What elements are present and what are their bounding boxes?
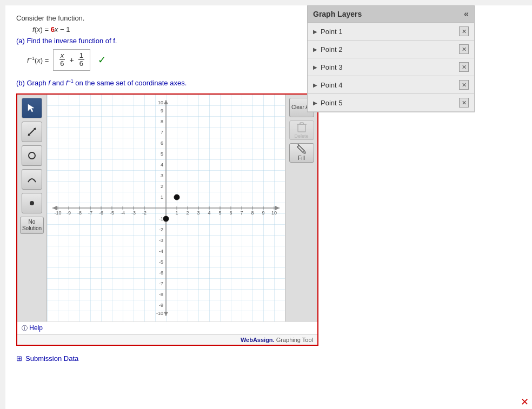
graph-layers-panel: Graph Layers « ▶ Point 1 ✕ ▶ Point 2 ✕ [307, 5, 475, 112]
svg-text:-3: -3 [131, 210, 136, 216]
svg-text:-9: -9 [159, 303, 163, 308]
svg-point-72 [163, 216, 169, 222]
svg-text:-8: -8 [159, 292, 163, 297]
layer-close-1[interactable]: ✕ [459, 26, 469, 36]
expand-arrow-5: ▶ [313, 100, 317, 106]
parabola-tool[interactable] [22, 169, 42, 190]
svg-text:-4: -4 [159, 249, 163, 254]
check-mark: ✓ [98, 54, 106, 66]
inverse-answer-box: x 6 + 1 6 [53, 49, 90, 71]
close-button[interactable]: ✕ [521, 396, 529, 408]
svg-text:-10: -10 [54, 210, 61, 216]
svg-text:2: 2 [161, 184, 163, 189]
svg-point-5 [30, 201, 34, 205]
layers-header: Graph Layers « [308, 6, 474, 23]
svg-point-4 [29, 152, 35, 159]
layer-close-2[interactable]: ✕ [459, 44, 469, 54]
no-solution-label: NoSolution [22, 219, 42, 232]
svg-text:3: 3 [161, 173, 163, 178]
svg-text:3: 3 [197, 210, 200, 216]
submission-row: ⊞ Submission Data [16, 354, 527, 363]
no-solution-button[interactable]: NoSolution [20, 217, 44, 234]
submission-data-link[interactable]: Submission Data [25, 354, 78, 363]
pointer-tool[interactable] [22, 98, 42, 118]
fill-label: Fill [298, 155, 305, 162]
point-tool[interactable] [22, 193, 42, 213]
svg-text:7: 7 [240, 210, 243, 216]
svg-rect-74 [298, 124, 305, 132]
help-icon: ⓘ [22, 325, 28, 331]
graph-canvas[interactable]: -10 -9 -8 -7 -6 -5 -4 -3 -2 1 2 [47, 95, 285, 321]
trash-icon [296, 122, 307, 133]
fx-label: f [32, 25, 35, 33]
svg-text:-10: -10 [156, 311, 163, 316]
denominator-1: 6 [59, 60, 65, 68]
layer-close-4[interactable]: ✕ [459, 80, 469, 90]
graph-section: NoSolution [16, 93, 527, 346]
svg-text:6: 6 [229, 210, 232, 216]
circle-tool[interactable] [22, 145, 42, 166]
layer-label-3: Point 3 [321, 63, 342, 71]
denominator-2: 6 [78, 60, 84, 68]
svg-text:-2: -2 [159, 227, 163, 232]
svg-text:5: 5 [161, 151, 163, 157]
graph-layers-title: Graph Layers [313, 10, 362, 18]
layer-point-3[interactable]: ▶ Point 3 ✕ [308, 58, 474, 76]
layers-list: ▶ Point 1 ✕ ▶ Point 2 ✕ ▶ Point 3 [308, 23, 474, 112]
svg-rect-79 [300, 123, 303, 124]
numerator-1: x [59, 52, 65, 60]
svg-text:-8: -8 [77, 210, 82, 216]
graph-footer: WebAssign. Graphing Tool [17, 334, 317, 345]
svg-text:2: 2 [186, 210, 189, 216]
graph-controls: Clear All Delete [285, 95, 317, 321]
expand-icon[interactable]: ⊞ [16, 354, 22, 363]
graphing-tool-label: Graphing Tool [276, 337, 313, 343]
page: Consider the function. f(x) = 6x − 1 (a)… [5, 5, 532, 409]
fraction-x-over-6: x 6 [59, 52, 65, 68]
webassign-label: WebAssign. [241, 337, 275, 343]
collapse-button[interactable]: « [464, 9, 469, 19]
layer-close-5[interactable]: ✕ [459, 98, 469, 108]
layer-label-1: Point 1 [321, 28, 342, 36]
svg-point-73 [174, 195, 179, 200]
svg-text:-3: -3 [159, 238, 163, 243]
svg-text:-6: -6 [159, 270, 163, 276]
fill-icon [296, 144, 307, 155]
layer-label-2: Point 2 [321, 45, 342, 53]
numerator-2: 1 [78, 52, 84, 60]
svg-text:8: 8 [251, 210, 254, 216]
plus-sign: + [70, 56, 74, 64]
svg-text:6: 6 [161, 140, 163, 146]
delete-button[interactable]: Delete [289, 120, 314, 140]
svg-text:8: 8 [161, 119, 163, 124]
svg-line-1 [28, 128, 36, 136]
toolbar: NoSolution [17, 95, 47, 321]
help-link[interactable]: Help [29, 324, 43, 332]
layer-point-4[interactable]: ▶ Point 4 ✕ [308, 76, 474, 94]
delete-label: Delete [294, 133, 308, 139]
layer-point-1[interactable]: ▶ Point 1 ✕ [308, 23, 474, 41]
svg-text:9: 9 [262, 210, 264, 216]
layer-close-3[interactable]: ✕ [459, 62, 469, 72]
svg-text:-5: -5 [159, 259, 163, 265]
svg-text:-5: -5 [110, 210, 114, 216]
layer-point-5[interactable]: ▶ Point 5 ✕ [308, 94, 474, 112]
svg-text:-7: -7 [159, 281, 163, 286]
layer-point-2[interactable]: ▶ Point 2 ✕ [308, 41, 474, 58]
function-expression: f(x) = 6x − 1 [32, 25, 70, 33]
svg-text:9: 9 [161, 108, 163, 113]
expand-arrow-3: ▶ [313, 64, 317, 70]
fraction-1-over-6: 1 6 [78, 52, 84, 68]
svg-text:1: 1 [175, 210, 178, 216]
layer-label-5: Point 5 [321, 99, 342, 107]
expand-arrow-1: ▶ [313, 29, 317, 35]
fill-button[interactable]: Fill [289, 143, 314, 163]
svg-text:7: 7 [161, 130, 163, 135]
svg-text:10: 10 [271, 210, 277, 216]
coefficient: 6 [51, 25, 55, 33]
line-tool[interactable] [22, 122, 42, 142]
layer-label-4: Point 4 [321, 81, 342, 89]
svg-text:4: 4 [208, 210, 210, 216]
svg-text:4: 4 [161, 162, 163, 167]
inverse-label: f−1(x) = [27, 56, 49, 64]
